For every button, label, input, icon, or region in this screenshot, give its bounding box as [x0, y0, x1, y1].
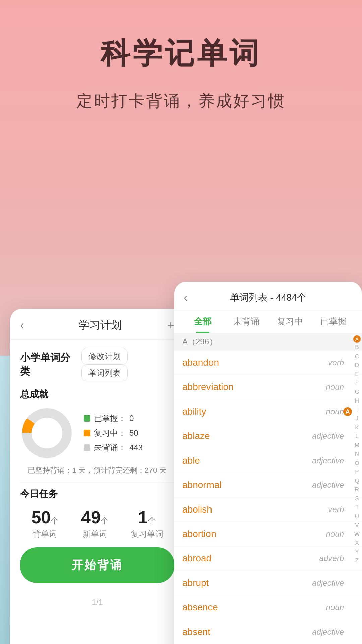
alpha-W[interactable]: W [354, 530, 360, 539]
start-recite-button[interactable]: 开始背诵 [20, 547, 174, 583]
category-label: 小学单词分类 [20, 351, 77, 378]
alpha-U[interactable]: U [355, 512, 359, 521]
word-list-button[interactable]: 单词列表 [81, 365, 128, 381]
legend-dot-gray [84, 444, 90, 451]
alpha-I[interactable]: I [356, 406, 358, 414]
alpha-Y[interactable]: Y [355, 548, 359, 556]
word-row-abandon[interactable]: abandon verb [174, 351, 362, 375]
alpha-P[interactable]: P [355, 468, 359, 476]
word-row-abbreviation[interactable]: abbreviation noun [174, 375, 362, 399]
pos-able: adjective [312, 456, 344, 465]
alpha-X[interactable]: X [355, 539, 359, 547]
tab-all[interactable]: 全部 [181, 310, 225, 333]
legend-unlearned: 未背诵： 443 [84, 442, 143, 453]
alpha-T[interactable]: T [355, 503, 359, 512]
legend-mastered: 已掌握： 0 [84, 413, 143, 424]
task-label-new: 新单词 [81, 529, 109, 539]
hero-subtitle: 定时打卡背诵，养成好习惯 [0, 90, 362, 112]
word-ablaze: ablaze [182, 431, 312, 441]
pos-abolish: verb [328, 505, 344, 514]
alpha-K[interactable]: K [355, 423, 359, 432]
today-task-title: 今日任务 [20, 488, 174, 500]
word-row-ability[interactable]: ability noun A [174, 399, 362, 424]
pos-ablaze: adjective [312, 431, 344, 441]
task-stat-new: 49个 新单词 [81, 507, 109, 539]
word-able: able [182, 455, 312, 466]
word-abolish: abolish [182, 504, 328, 515]
alpha-V[interactable]: V [355, 521, 359, 530]
pos-abrupt: adjective [312, 578, 344, 588]
tab-reviewing[interactable]: 复习中 [268, 310, 312, 333]
word-abandon: abandon [182, 357, 328, 368]
word-list: abandon verb abbreviation noun ability n… [174, 351, 362, 644]
left-card-plus-icon[interactable]: + [167, 318, 174, 332]
section-label-a: A（296） [174, 333, 362, 351]
alpha-Q[interactable]: Q [355, 477, 359, 485]
word-abnormal: abnormal [182, 480, 312, 490]
alpha-E[interactable]: E [355, 370, 359, 379]
alpha-M[interactable]: M [355, 441, 359, 450]
left-card-title: 学习计划 [34, 318, 167, 333]
alpha-L[interactable]: L [355, 432, 358, 441]
word-row-abrupt[interactable]: abrupt adjective [174, 571, 362, 595]
word-row-abnormal[interactable]: abnormal adjective [174, 473, 362, 497]
alpha-G[interactable]: G [355, 388, 359, 396]
right-card-back-icon[interactable]: ‹ [184, 290, 197, 305]
legend-mastered-label: 已掌握： [94, 413, 126, 424]
right-card-title: 单词列表 - 4484个 [197, 291, 339, 304]
alpha-A[interactable]: A [353, 335, 361, 343]
legend-unlearned-label: 未背诵： [94, 442, 126, 453]
alpha-J[interactable]: J [356, 414, 359, 423]
task-stat-memorize: 50个 背单词 [31, 507, 59, 539]
word-row-absent[interactable]: absent adjective [174, 620, 362, 644]
pos-abortion: noun [326, 529, 344, 539]
task-stat-review: 1个 复习单词 [131, 507, 163, 539]
divider-1 [20, 482, 174, 482]
left-card-header: ‹ 学习计划 + [10, 309, 184, 340]
task-num-new: 49个 [81, 507, 109, 527]
alpha-F[interactable]: F [355, 379, 359, 387]
word-absence: absence [182, 602, 326, 613]
left-card-back-icon[interactable]: ‹ [20, 318, 34, 332]
task-stats: 50个 背单词 49个 新单词 1个 复习单词 [20, 507, 174, 539]
streak-text: 已坚持背诵：1 天，预计背完还剩：270 天 [20, 465, 174, 475]
donut-chart [20, 406, 74, 460]
word-absent: absent [182, 627, 312, 637]
task-num-memorize: 50个 [31, 507, 59, 527]
alpha-C[interactable]: C [355, 352, 359, 361]
modify-plan-button[interactable]: 修改计划 [81, 348, 128, 365]
word-abrupt: abrupt [182, 578, 312, 588]
category-row: 小学单词分类 修改计划 单词列表 [20, 348, 174, 381]
right-card: ‹ 单词列表 - 4484个 全部 未背诵 复习中 已掌握 A（296） aba… [174, 282, 362, 644]
word-row-ablaze[interactable]: ablaze adjective [174, 424, 362, 448]
word-row-abortion[interactable]: abortion noun [174, 522, 362, 546]
hero-title: 科学记单词 [0, 0, 362, 73]
alpha-Z[interactable]: Z [355, 556, 359, 565]
word-row-abolish[interactable]: abolish verb [174, 497, 362, 522]
pos-abnormal: adjective [312, 480, 344, 490]
pos-abroad: adverb [319, 554, 344, 563]
pos-ability: noun [326, 407, 344, 416]
svg-point-3 [34, 420, 60, 446]
alpha-N[interactable]: N [355, 450, 359, 459]
donut-row: 已掌握： 0 复习中： 50 未背诵： 443 [20, 406, 174, 460]
achievement-section: 总成就 已掌握： [20, 388, 174, 475]
left-card-footer: 1/1 [10, 591, 184, 614]
legend-reviewing: 复习中： 50 [84, 428, 143, 438]
legend-list: 已掌握： 0 复习中： 50 未背诵： 443 [84, 413, 143, 453]
legend-dot-orange [84, 430, 90, 436]
pos-abbreviation: noun [326, 382, 344, 392]
task-num-review: 1个 [131, 507, 163, 527]
alpha-R[interactable]: R [355, 485, 359, 494]
alpha-B[interactable]: B [355, 343, 359, 352]
word-row-able[interactable]: able adjective [174, 448, 362, 473]
alpha-S[interactable]: S [355, 494, 359, 503]
alpha-H[interactable]: H [355, 396, 359, 405]
legend-unlearned-value: 443 [129, 443, 143, 452]
alpha-O[interactable]: O [355, 459, 359, 468]
tab-unlearned[interactable]: 未背诵 [225, 310, 268, 333]
word-row-abroad[interactable]: abroad adverb [174, 546, 362, 571]
tab-mastered[interactable]: 已掌握 [312, 310, 355, 333]
alpha-D[interactable]: D [355, 361, 359, 370]
word-row-absence[interactable]: absence noun [174, 595, 362, 620]
